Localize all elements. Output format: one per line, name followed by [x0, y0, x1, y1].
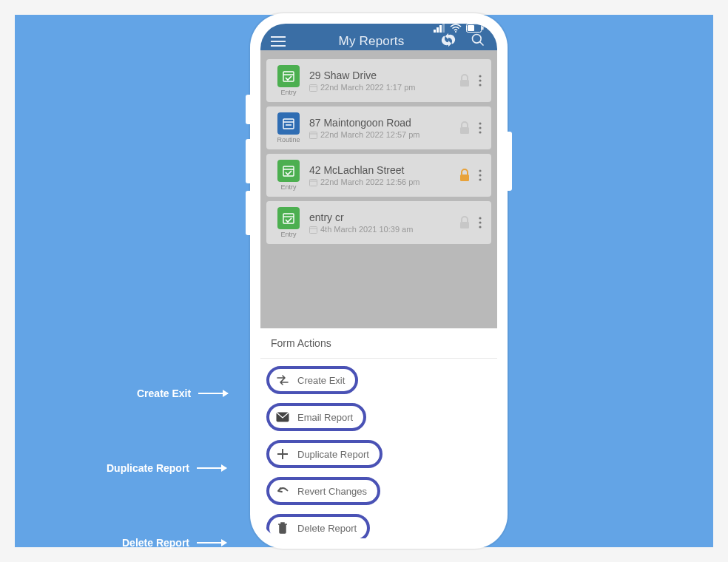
annotation-duplicate-report: Duplicate Report [107, 462, 226, 474]
phone-screen: My Reports [260, 24, 497, 538]
svg-point-19 [479, 79, 481, 81]
sync-icon [441, 33, 456, 47]
annotation-label: Duplicate Report [107, 462, 189, 474]
report-type-label: Entry [280, 183, 296, 191]
report-title: entry cr [309, 211, 456, 223]
phone-frame: My Reports [250, 13, 508, 549]
app-header: My Reports [260, 33, 497, 50]
trash-icon [275, 521, 290, 535]
annotation-label: Create Exit [137, 387, 191, 399]
annotation-create-exit: Create Exit [137, 387, 228, 399]
more-button[interactable] [473, 75, 487, 87]
action-label: Duplicate Report [297, 449, 369, 460]
report-date: 4th March 2021 10:39 am [320, 225, 413, 234]
action-label: Email Report [297, 412, 353, 423]
phone-button-left [246, 139, 250, 183]
search-button[interactable] [471, 33, 485, 50]
calendar-icon [309, 131, 317, 139]
report-type-icon [277, 160, 300, 182]
report-type-icon [277, 65, 300, 87]
annotation-delete-report: Delete Report [122, 537, 226, 549]
svg-point-29 [479, 131, 481, 133]
status-bar [260, 24, 497, 33]
report-type-label: Entry [280, 231, 296, 238]
svg-rect-15 [310, 84, 317, 91]
signal-icon [434, 24, 445, 33]
report-date: 22nd March 2022 12:56 pm [320, 177, 420, 186]
form-actions-list: Create Exit Email Report Duplicate Repor… [260, 359, 497, 538]
svg-point-45 [479, 226, 481, 228]
lock-icon [456, 216, 473, 229]
lock-icon [456, 121, 473, 135]
svg-point-44 [479, 221, 481, 223]
report-type-label: Entry [280, 89, 296, 96]
battery-icon [466, 24, 484, 33]
svg-rect-40 [310, 226, 317, 233]
revert-changes-button[interactable]: Revert Changes [266, 477, 380, 505]
action-label: Revert Changes [297, 486, 367, 497]
svg-point-27 [479, 122, 481, 124]
plus-icon [275, 447, 290, 461]
page-title: My Reports [302, 34, 441, 49]
phone-button-left [246, 95, 250, 124]
more-vertical-icon [479, 217, 482, 228]
report-title: 42 McLachlan Street [309, 164, 456, 176]
sync-button[interactable] [441, 33, 456, 50]
calendar-icon [309, 178, 317, 186]
more-button[interactable] [473, 122, 487, 134]
svg-rect-3 [442, 24, 445, 33]
more-vertical-icon [479, 169, 482, 181]
calendar-icon [309, 84, 317, 92]
search-icon [471, 33, 485, 47]
delete-report-button[interactable]: Delete Report [266, 514, 370, 538]
svg-point-43 [479, 217, 481, 219]
report-date: 22nd March 2022 1:17 pm [320, 83, 415, 92]
svg-rect-17 [460, 80, 469, 87]
form-actions-heading: Form Actions [260, 328, 497, 359]
more-vertical-icon [479, 75, 482, 87]
svg-rect-42 [460, 222, 469, 228]
report-list-dimmed: Entry29 Shaw Drive22nd March 2022 1:17 p… [260, 50, 497, 328]
action-label: Create Exit [297, 375, 345, 386]
more-button[interactable] [473, 169, 487, 181]
lock-icon [456, 74, 473, 87]
menu-button[interactable] [268, 36, 289, 47]
report-row[interactable]: Entry29 Shaw Drive22nd March 2022 1:17 p… [266, 59, 491, 102]
report-type-label: Routine [277, 136, 300, 143]
svg-rect-6 [482, 27, 484, 30]
svg-line-12 [480, 42, 484, 46]
more-vertical-icon [479, 122, 482, 134]
svg-rect-1 [437, 27, 439, 33]
svg-rect-2 [439, 25, 442, 33]
create-exit-button[interactable]: Create Exit [266, 366, 358, 394]
undo-icon [275, 484, 290, 498]
phone-button-left [246, 191, 250, 235]
action-label: Delete Report [297, 523, 357, 534]
swap-icon [275, 373, 290, 387]
more-button[interactable] [473, 217, 487, 228]
report-type-icon [277, 207, 300, 229]
svg-point-20 [479, 84, 481, 86]
arrow-icon [198, 393, 228, 394]
hamburger-icon [271, 36, 286, 47]
svg-rect-32 [310, 179, 317, 186]
report-row[interactable]: Routine87 Maintongoon Road22nd March 202… [266, 106, 491, 149]
svg-rect-10 [271, 45, 286, 47]
mail-icon [275, 410, 290, 424]
svg-rect-26 [460, 127, 469, 134]
lock-icon [456, 169, 473, 182]
email-report-button[interactable]: Email Report [266, 403, 366, 431]
annotation-label: Delete Report [122, 537, 189, 549]
report-row[interactable]: Entry42 McLachlan Street22nd March 2022 … [266, 154, 491, 197]
calendar-icon [309, 226, 317, 234]
report-row[interactable]: Entryentry cr4th March 2021 10:39 am [266, 201, 491, 244]
svg-point-35 [479, 169, 481, 172]
arrow-icon [197, 542, 226, 544]
svg-rect-9 [271, 41, 286, 42]
duplicate-report-button[interactable]: Duplicate Report [266, 440, 382, 468]
report-title: 29 Shaw Drive [309, 70, 456, 81]
svg-point-11 [473, 35, 482, 44]
svg-point-28 [479, 126, 481, 129]
svg-rect-7 [468, 25, 474, 31]
svg-rect-24 [310, 132, 317, 138]
